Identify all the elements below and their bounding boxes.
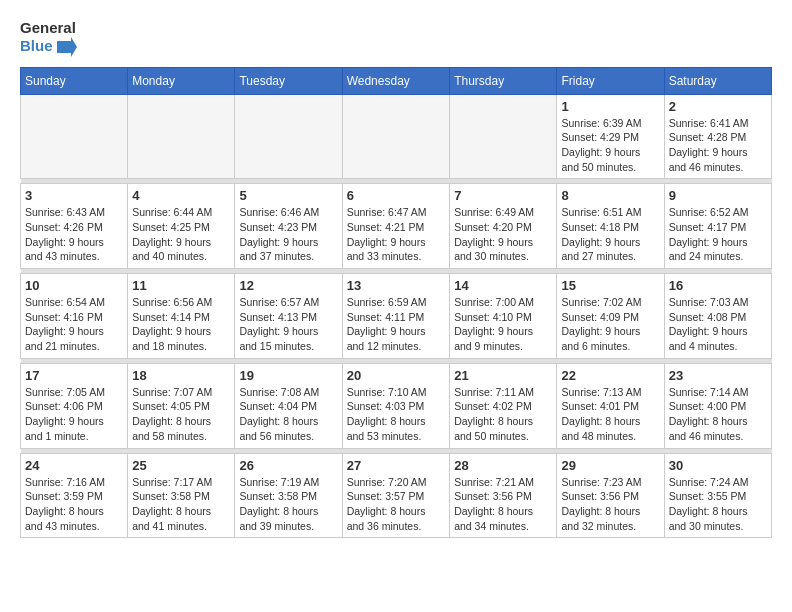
day-info: Sunrise: 6:49 AMSunset: 4:20 PMDaylight:… (454, 205, 552, 264)
calendar-day-cell: 29Sunrise: 7:23 AMSunset: 3:56 PMDayligh… (557, 453, 664, 538)
day-number: 2 (669, 99, 767, 114)
calendar-day-cell (128, 94, 235, 179)
day-info: Sunrise: 7:11 AMSunset: 4:02 PMDaylight:… (454, 385, 552, 444)
day-of-week-header: Saturday (664, 67, 771, 94)
logo-arrow-icon (57, 37, 77, 57)
calendar-day-cell: 27Sunrise: 7:20 AMSunset: 3:57 PMDayligh… (342, 453, 450, 538)
day-number: 19 (239, 368, 337, 383)
day-number: 26 (239, 458, 337, 473)
day-info: Sunrise: 6:47 AMSunset: 4:21 PMDaylight:… (347, 205, 446, 264)
calendar-day-cell (235, 94, 342, 179)
calendar-table: SundayMondayTuesdayWednesdayThursdayFrid… (20, 67, 772, 539)
day-info: Sunrise: 6:51 AMSunset: 4:18 PMDaylight:… (561, 205, 659, 264)
calendar-week-row: 3Sunrise: 6:43 AMSunset: 4:26 PMDaylight… (21, 184, 772, 269)
day-number: 15 (561, 278, 659, 293)
day-info: Sunrise: 6:41 AMSunset: 4:28 PMDaylight:… (669, 116, 767, 175)
day-info: Sunrise: 7:14 AMSunset: 4:00 PMDaylight:… (669, 385, 767, 444)
calendar-day-cell: 24Sunrise: 7:16 AMSunset: 3:59 PMDayligh… (21, 453, 128, 538)
day-info: Sunrise: 6:56 AMSunset: 4:14 PMDaylight:… (132, 295, 230, 354)
day-info: Sunrise: 6:52 AMSunset: 4:17 PMDaylight:… (669, 205, 767, 264)
day-number: 16 (669, 278, 767, 293)
day-number: 27 (347, 458, 446, 473)
calendar-day-cell: 19Sunrise: 7:08 AMSunset: 4:04 PMDayligh… (235, 363, 342, 448)
calendar-day-cell: 28Sunrise: 7:21 AMSunset: 3:56 PMDayligh… (450, 453, 557, 538)
day-number: 5 (239, 188, 337, 203)
calendar-day-cell: 26Sunrise: 7:19 AMSunset: 3:58 PMDayligh… (235, 453, 342, 538)
calendar-week-row: 1Sunrise: 6:39 AMSunset: 4:29 PMDaylight… (21, 94, 772, 179)
day-number: 22 (561, 368, 659, 383)
day-number: 20 (347, 368, 446, 383)
calendar-day-cell: 18Sunrise: 7:07 AMSunset: 4:05 PMDayligh… (128, 363, 235, 448)
day-info: Sunrise: 6:44 AMSunset: 4:25 PMDaylight:… (132, 205, 230, 264)
day-number: 10 (25, 278, 123, 293)
day-info: Sunrise: 7:05 AMSunset: 4:06 PMDaylight:… (25, 385, 123, 444)
calendar-day-cell: 30Sunrise: 7:24 AMSunset: 3:55 PMDayligh… (664, 453, 771, 538)
day-of-week-header: Thursday (450, 67, 557, 94)
day-info: Sunrise: 7:24 AMSunset: 3:55 PMDaylight:… (669, 475, 767, 534)
calendar-day-cell: 10Sunrise: 6:54 AMSunset: 4:16 PMDayligh… (21, 274, 128, 359)
day-number: 4 (132, 188, 230, 203)
day-info: Sunrise: 6:43 AMSunset: 4:26 PMDaylight:… (25, 205, 123, 264)
day-of-week-header: Tuesday (235, 67, 342, 94)
day-info: Sunrise: 6:59 AMSunset: 4:11 PMDaylight:… (347, 295, 446, 354)
day-info: Sunrise: 6:57 AMSunset: 4:13 PMDaylight:… (239, 295, 337, 354)
calendar-day-cell: 5Sunrise: 6:46 AMSunset: 4:23 PMDaylight… (235, 184, 342, 269)
day-number: 28 (454, 458, 552, 473)
day-number: 18 (132, 368, 230, 383)
calendar-day-cell: 12Sunrise: 6:57 AMSunset: 4:13 PMDayligh… (235, 274, 342, 359)
calendar-day-cell: 1Sunrise: 6:39 AMSunset: 4:29 PMDaylight… (557, 94, 664, 179)
calendar-day-cell: 7Sunrise: 6:49 AMSunset: 4:20 PMDaylight… (450, 184, 557, 269)
calendar-day-cell: 13Sunrise: 6:59 AMSunset: 4:11 PMDayligh… (342, 274, 450, 359)
day-info: Sunrise: 7:16 AMSunset: 3:59 PMDaylight:… (25, 475, 123, 534)
day-of-week-header: Friday (557, 67, 664, 94)
day-number: 25 (132, 458, 230, 473)
day-number: 9 (669, 188, 767, 203)
day-number: 12 (239, 278, 337, 293)
calendar-day-cell: 8Sunrise: 6:51 AMSunset: 4:18 PMDaylight… (557, 184, 664, 269)
day-of-week-header: Wednesday (342, 67, 450, 94)
calendar-day-cell: 21Sunrise: 7:11 AMSunset: 4:02 PMDayligh… (450, 363, 557, 448)
day-number: 17 (25, 368, 123, 383)
day-info: Sunrise: 7:00 AMSunset: 4:10 PMDaylight:… (454, 295, 552, 354)
day-of-week-header: Monday (128, 67, 235, 94)
day-info: Sunrise: 7:23 AMSunset: 3:56 PMDaylight:… (561, 475, 659, 534)
calendar-day-cell: 20Sunrise: 7:10 AMSunset: 4:03 PMDayligh… (342, 363, 450, 448)
calendar-week-row: 24Sunrise: 7:16 AMSunset: 3:59 PMDayligh… (21, 453, 772, 538)
day-number: 14 (454, 278, 552, 293)
calendar-day-cell: 16Sunrise: 7:03 AMSunset: 4:08 PMDayligh… (664, 274, 771, 359)
logo: General Blue (20, 20, 77, 57)
day-info: Sunrise: 6:54 AMSunset: 4:16 PMDaylight:… (25, 295, 123, 354)
logo-blue: Blue (20, 37, 77, 57)
day-info: Sunrise: 7:03 AMSunset: 4:08 PMDaylight:… (669, 295, 767, 354)
day-info: Sunrise: 6:39 AMSunset: 4:29 PMDaylight:… (561, 116, 659, 175)
day-info: Sunrise: 6:46 AMSunset: 4:23 PMDaylight:… (239, 205, 337, 264)
day-number: 1 (561, 99, 659, 114)
day-number: 6 (347, 188, 446, 203)
day-info: Sunrise: 7:21 AMSunset: 3:56 PMDaylight:… (454, 475, 552, 534)
day-number: 3 (25, 188, 123, 203)
calendar-day-cell: 6Sunrise: 6:47 AMSunset: 4:21 PMDaylight… (342, 184, 450, 269)
logo-container: General Blue (20, 20, 77, 57)
calendar-week-row: 17Sunrise: 7:05 AMSunset: 4:06 PMDayligh… (21, 363, 772, 448)
day-info: Sunrise: 7:17 AMSunset: 3:58 PMDaylight:… (132, 475, 230, 534)
day-info: Sunrise: 7:02 AMSunset: 4:09 PMDaylight:… (561, 295, 659, 354)
day-number: 11 (132, 278, 230, 293)
day-number: 23 (669, 368, 767, 383)
calendar-header-row: SundayMondayTuesdayWednesdayThursdayFrid… (21, 67, 772, 94)
calendar-day-cell: 17Sunrise: 7:05 AMSunset: 4:06 PMDayligh… (21, 363, 128, 448)
day-number: 29 (561, 458, 659, 473)
day-number: 7 (454, 188, 552, 203)
logo-general: General (20, 20, 77, 37)
calendar-day-cell: 4Sunrise: 6:44 AMSunset: 4:25 PMDaylight… (128, 184, 235, 269)
day-number: 8 (561, 188, 659, 203)
calendar-day-cell (21, 94, 128, 179)
calendar-day-cell (342, 94, 450, 179)
svg-marker-0 (57, 37, 77, 57)
day-number: 30 (669, 458, 767, 473)
day-info: Sunrise: 7:19 AMSunset: 3:58 PMDaylight:… (239, 475, 337, 534)
calendar-day-cell (450, 94, 557, 179)
calendar-day-cell: 15Sunrise: 7:02 AMSunset: 4:09 PMDayligh… (557, 274, 664, 359)
day-of-week-header: Sunday (21, 67, 128, 94)
header: General Blue (20, 20, 772, 57)
calendar-day-cell: 2Sunrise: 6:41 AMSunset: 4:28 PMDaylight… (664, 94, 771, 179)
